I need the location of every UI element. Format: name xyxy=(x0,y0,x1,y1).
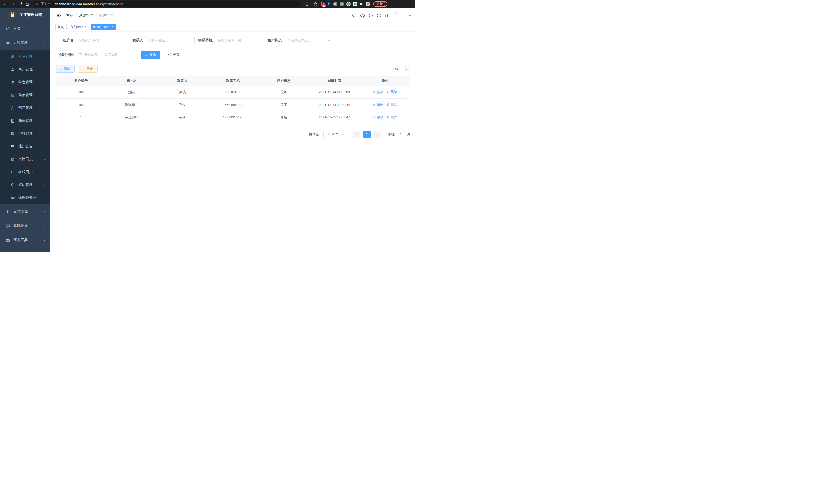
sidebar-item-8[interactable]: 字典管理 xyxy=(0,127,50,140)
sidebar-item-13[interactable]: </>错误码管理 xyxy=(0,191,50,204)
sidebar-item-0[interactable]: 首页 xyxy=(0,21,50,36)
sidebar-item-10[interactable]: 审计日志 xyxy=(0,153,50,166)
tenant-name-input[interactable] xyxy=(76,36,125,45)
sidebar-item-label: 通知公告 xyxy=(18,144,33,149)
sidebar-item-5[interactable]: 菜单管理 xyxy=(0,89,50,101)
created-time-cell: 2021-12-14 21:02:09 xyxy=(309,86,360,98)
github-icon[interactable] xyxy=(360,13,365,18)
sidebar-item-6[interactable]: 部门管理 xyxy=(0,101,50,114)
avatar-dropdown-icon[interactable] xyxy=(408,14,411,17)
prev-page-button[interactable] xyxy=(353,131,360,138)
tab-dept-management[interactable]: 部门管理 × xyxy=(68,24,89,30)
page-number-button[interactable]: 1 xyxy=(363,131,371,138)
table-row: 1芋道源码芋艿17321315478开启2021-01-05 17:03:47修… xyxy=(56,111,410,124)
sidebar-item-7[interactable]: 岗位管理 xyxy=(0,114,50,127)
sidebar-item-label: 部门管理 xyxy=(18,106,33,110)
tenant-name-cell: 测试 xyxy=(106,86,157,98)
chrome-menu-icon[interactable] xyxy=(384,2,385,6)
breadcrumb-system[interactable]: 系统管理 xyxy=(79,13,93,18)
sidebar-item-14[interactable]: ¥支付管理 xyxy=(0,204,50,218)
breadcrumb-home[interactable]: 首页 xyxy=(66,13,73,18)
share-icon[interactable] xyxy=(304,1,310,7)
mobile-input[interactable] xyxy=(214,36,264,45)
status-select[interactable]: 请选择租户状态 xyxy=(284,36,333,45)
next-page-button[interactable] xyxy=(374,131,381,138)
sidebar-item-15[interactable]: 基础设施 xyxy=(0,218,50,233)
actions-cell: 修改删除 xyxy=(360,111,410,124)
help-icon[interactable]: ? xyxy=(369,13,373,18)
colored-grid-extension-icon[interactable]: 10 xyxy=(321,2,324,6)
delete-row-button[interactable]: 删除 xyxy=(387,90,397,94)
add-button[interactable]: + 新增 xyxy=(56,65,75,73)
puzzle-extensions-menu-icon[interactable] xyxy=(360,2,363,6)
users-icon xyxy=(10,55,15,59)
create-time-range-picker[interactable]: 开始日期 - 结束日期 xyxy=(76,51,137,59)
goto-page-input[interactable] xyxy=(397,131,405,138)
contact-input[interactable] xyxy=(145,36,195,45)
chrome-update-button[interactable]: 更新 xyxy=(373,1,388,7)
sidebar-item-label: 岗位管理 xyxy=(18,118,33,123)
sidebar-item-16[interactable]: 研发工具 xyxy=(0,233,50,247)
emoji-profile-icon[interactable] xyxy=(366,2,370,6)
calendar-icon xyxy=(79,53,82,57)
close-tab-icon[interactable]: × xyxy=(85,25,87,29)
search-icon[interactable] xyxy=(352,13,356,18)
balloon-extension-icon[interactable] xyxy=(327,2,331,6)
page-size-select[interactable]: 10条/页 xyxy=(323,131,348,138)
sidebar-item-9[interactable]: 通知公告 xyxy=(0,140,50,153)
home-icon[interactable] xyxy=(24,1,30,7)
export-button[interactable]: 导出 xyxy=(78,65,98,73)
sidebar-item-12[interactable]: 短信管理 xyxy=(0,179,50,191)
sidebar-item-3[interactable]: 用户管理 xyxy=(0,63,50,76)
reload-icon[interactable] xyxy=(17,1,23,7)
close-tab-icon[interactable]: × xyxy=(111,25,113,29)
mobile-cell: 17321315478 xyxy=(208,111,258,124)
command-extension-icon[interactable]: ⌘ xyxy=(333,2,337,6)
delete-row-button[interactable]: 删除 xyxy=(387,102,397,107)
reset-button[interactable]: 重置 xyxy=(164,51,183,59)
sidebar-item-1[interactable]: 系统管理 xyxy=(0,36,50,50)
address-bar[interactable]: 不安全 dashboard.yudao.iocoder.cn/system/te… xyxy=(33,1,300,7)
tenant-name-label: 租户名 xyxy=(56,38,74,42)
sidebar-item-11[interactable]: 在线用户 xyxy=(0,166,50,179)
search-button[interactable]: 搜索 xyxy=(141,51,160,59)
edit-row-button[interactable]: 修改 xyxy=(373,90,383,94)
trash-icon xyxy=(387,90,390,93)
edit-pen-icon xyxy=(373,90,376,93)
sidebar-item-label: 租户管理 xyxy=(18,54,33,59)
dict-icon xyxy=(10,132,15,136)
fullscreen-icon[interactable] xyxy=(377,13,381,18)
tab-home[interactable]: 首页 xyxy=(55,24,66,30)
forward-icon[interactable] xyxy=(10,1,16,7)
edit-row-button[interactable]: 修改 xyxy=(373,102,383,107)
y-logo-extension-icon[interactable]: Y xyxy=(346,2,351,6)
sidebar-item-2[interactable]: 租户管理 xyxy=(0,50,50,63)
actions-cell: 修改删除 xyxy=(360,86,410,98)
sidebar-logo-row[interactable]: 芋道管理系统 xyxy=(0,8,50,21)
pagination: 共 3 条 10条/页 1 前往 页 xyxy=(56,131,410,138)
code-icon: </> xyxy=(10,196,15,200)
extension-icons: 10⌘Y xyxy=(321,2,370,6)
delete-row-button[interactable]: 删除 xyxy=(387,115,397,119)
back-icon[interactable] xyxy=(3,1,9,7)
table-row: 108测试测试15601691300关闭2021-12-14 21:02:09修… xyxy=(56,86,410,98)
page-unit-label: 页 xyxy=(407,132,410,137)
sidebar-item-label: 支付管理 xyxy=(13,209,28,214)
font-size-icon[interactable]: TT xyxy=(385,13,389,18)
start-date-placeholder: 开始日期 xyxy=(84,52,98,57)
sidebar-item-4[interactable]: 角色管理 xyxy=(0,76,50,89)
table-refresh-icon[interactable] xyxy=(404,66,410,72)
sidebar-item-label: 首页 xyxy=(13,26,21,31)
record-dot-extension-icon[interactable] xyxy=(340,2,344,6)
bookmark-star-icon[interactable] xyxy=(312,1,318,7)
edit-row-button[interactable]: 修改 xyxy=(373,115,383,119)
sidebar-item-label: 研发工具 xyxy=(13,238,28,242)
column-header: 租户编号 xyxy=(56,76,106,86)
dashboard-icon xyxy=(6,27,10,31)
edit-pen-icon xyxy=(373,103,376,106)
table-search-toggle-icon[interactable] xyxy=(393,66,400,72)
sidebar-collapse-icon[interactable] xyxy=(55,12,62,19)
tab-tenant-management[interactable]: 租户管理 × xyxy=(91,24,116,30)
avatar[interactable] xyxy=(394,10,404,21)
chat-extension-icon[interactable] xyxy=(353,2,357,6)
